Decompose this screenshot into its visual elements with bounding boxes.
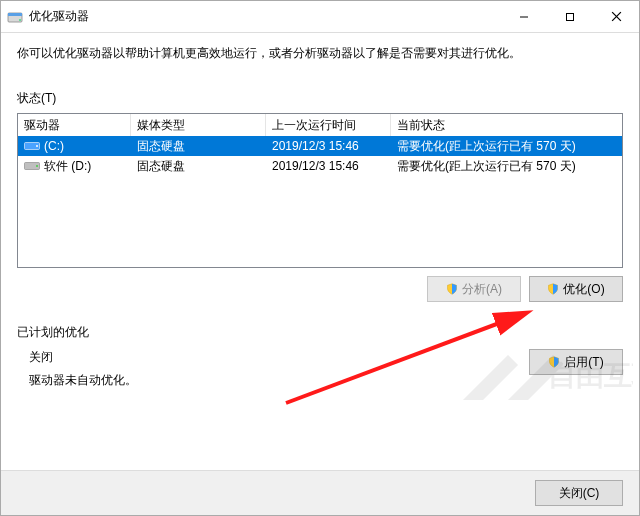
maximize-button[interactable]: [547, 1, 593, 32]
svg-point-2: [19, 19, 21, 21]
minimize-button[interactable]: [501, 1, 547, 32]
table-body: (C:)固态硬盘2019/12/3 15:46需要优化(距上次运行已有 570 …: [18, 136, 622, 176]
drives-table: 驱动器 媒体类型 上一次运行时间 当前状态 (C:)固态硬盘2019/12/3 …: [17, 113, 623, 268]
analyze-button-label: 分析(A): [462, 281, 502, 298]
optimize-button[interactable]: 优化(O): [529, 276, 623, 302]
table-row[interactable]: 软件 (D:)固态硬盘2019/12/3 15:46需要优化(距上次运行已有 5…: [18, 156, 622, 176]
column-header-state[interactable]: 当前状态: [391, 114, 622, 136]
app-icon: [7, 9, 23, 25]
drive-name-text: (C:): [44, 136, 64, 156]
cell-last-run: 2019/12/3 15:46: [266, 136, 391, 156]
schedule-note: 驱动器未自动优化。: [29, 372, 137, 389]
cell-current-state: 需要优化(距上次运行已有 570 天): [391, 156, 622, 176]
cell-last-run: 2019/12/3 15:46: [266, 156, 391, 176]
svg-point-8: [36, 145, 38, 147]
schedule-text: 关闭 驱动器未自动优化。: [29, 349, 137, 389]
column-header-drive[interactable]: 驱动器: [18, 114, 131, 136]
enable-button[interactable]: 启用(T): [529, 349, 623, 375]
action-buttons: 分析(A) 优化(O): [17, 276, 623, 302]
close-window-button[interactable]: 关闭(C): [535, 480, 623, 506]
description-text: 你可以优化驱动器以帮助计算机更高效地运行，或者分析驱动器以了解是否需要对其进行优…: [17, 45, 623, 62]
drive-icon: [24, 160, 40, 172]
svg-rect-4: [567, 13, 574, 20]
table-header: 驱动器 媒体类型 上一次运行时间 当前状态: [18, 114, 622, 136]
close-window-button-label: 关闭(C): [559, 485, 600, 502]
enable-button-label: 启用(T): [564, 354, 603, 371]
drive-icon: [24, 140, 40, 152]
cell-drive-name: (C:): [18, 136, 131, 156]
svg-rect-1: [8, 13, 22, 16]
drive-name-text: 软件 (D:): [44, 156, 91, 176]
cell-media-type: 固态硬盘: [131, 136, 266, 156]
shield-icon: [548, 356, 560, 368]
cell-media-type: 固态硬盘: [131, 156, 266, 176]
analyze-button[interactable]: 分析(A): [427, 276, 521, 302]
titlebar: 优化驱动器: [1, 1, 639, 33]
schedule-section: 已计划的优化 关闭 驱动器未自动优化。 启用(T): [17, 324, 623, 389]
bottom-bar: 关闭(C): [1, 470, 639, 515]
status-section-label: 状态(T): [17, 90, 623, 107]
window-title: 优化驱动器: [29, 8, 501, 25]
shield-icon: [446, 283, 458, 295]
close-button[interactable]: [593, 1, 639, 32]
column-header-last[interactable]: 上一次运行时间: [266, 114, 391, 136]
schedule-section-title: 已计划的优化: [17, 324, 623, 341]
cell-current-state: 需要优化(距上次运行已有 570 天): [391, 136, 622, 156]
schedule-status: 关闭: [29, 349, 137, 366]
column-header-media[interactable]: 媒体类型: [131, 114, 266, 136]
svg-point-10: [36, 165, 38, 167]
optimize-drives-window: 优化驱动器 你可以优化驱动器以帮助计算机更高效地运行，或者分析驱动器以了解是否需…: [0, 0, 640, 516]
optimize-button-label: 优化(O): [563, 281, 604, 298]
shield-icon: [547, 283, 559, 295]
content-area: 你可以优化驱动器以帮助计算机更高效地运行，或者分析驱动器以了解是否需要对其进行优…: [1, 33, 639, 470]
table-row[interactable]: (C:)固态硬盘2019/12/3 15:46需要优化(距上次运行已有 570 …: [18, 136, 622, 156]
cell-drive-name: 软件 (D:): [18, 156, 131, 176]
